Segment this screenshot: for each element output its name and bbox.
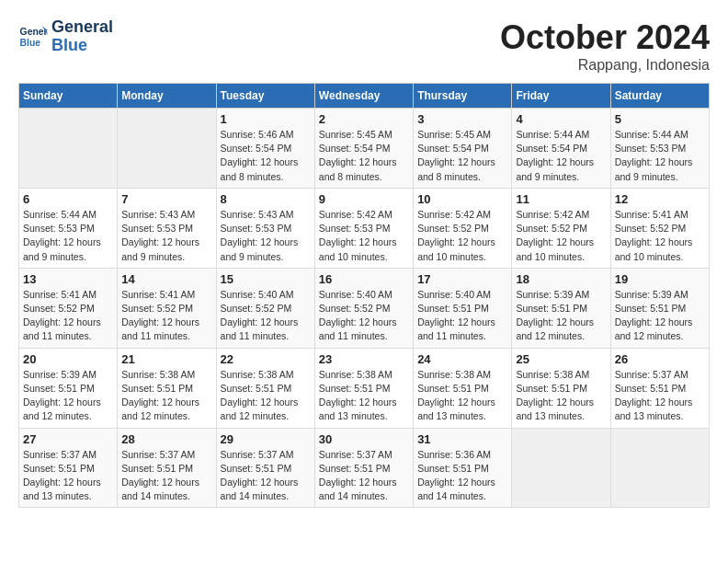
day-info: Sunrise: 5:39 AM Sunset: 5:51 PM Dayligh… <box>615 288 705 344</box>
day-number: 24 <box>417 352 507 366</box>
day-cell: 10Sunrise: 5:42 AM Sunset: 5:52 PM Dayli… <box>414 188 512 268</box>
day-number: 2 <box>319 112 409 126</box>
day-cell: 13Sunrise: 5:41 AM Sunset: 5:52 PM Dayli… <box>19 268 118 348</box>
day-number: 4 <box>516 112 606 126</box>
day-number: 7 <box>121 192 211 206</box>
day-cell: 7Sunrise: 5:43 AM Sunset: 5:53 PM Daylig… <box>118 188 216 268</box>
day-cell: 26Sunrise: 5:37 AM Sunset: 5:51 PM Dayli… <box>610 348 709 428</box>
day-info: Sunrise: 5:40 AM Sunset: 5:52 PM Dayligh… <box>221 288 311 344</box>
day-number: 20 <box>23 352 113 366</box>
day-number: 10 <box>417 192 507 206</box>
day-info: Sunrise: 5:43 AM Sunset: 5:53 PM Dayligh… <box>121 208 211 264</box>
day-cell: 22Sunrise: 5:38 AM Sunset: 5:51 PM Dayli… <box>216 348 314 428</box>
day-cell: 6Sunrise: 5:44 AM Sunset: 5:53 PM Daylig… <box>19 188 118 268</box>
day-cell: 28Sunrise: 5:37 AM Sunset: 5:51 PM Dayli… <box>118 428 216 508</box>
day-info: Sunrise: 5:37 AM Sunset: 5:51 PM Dayligh… <box>221 448 311 504</box>
week-row-1: 1Sunrise: 5:46 AM Sunset: 5:54 PM Daylig… <box>19 109 710 189</box>
header-thursday: Thursday <box>414 84 512 109</box>
header-sunday: Sunday <box>19 84 118 109</box>
day-info: Sunrise: 5:36 AM Sunset: 5:51 PM Dayligh… <box>417 448 507 504</box>
day-info: Sunrise: 5:39 AM Sunset: 5:51 PM Dayligh… <box>23 368 113 424</box>
svg-text:Blue: Blue <box>20 37 41 47</box>
day-number: 3 <box>417 112 507 126</box>
day-cell: 3Sunrise: 5:45 AM Sunset: 5:54 PM Daylig… <box>414 109 512 189</box>
logo-blue-text: Blue <box>51 37 113 55</box>
day-info: Sunrise: 5:42 AM Sunset: 5:52 PM Dayligh… <box>417 208 507 264</box>
day-number: 30 <box>319 432 409 446</box>
logo-icon: General Blue <box>18 22 48 52</box>
header-wednesday: Wednesday <box>314 84 413 109</box>
day-cell: 23Sunrise: 5:38 AM Sunset: 5:51 PM Dayli… <box>314 348 413 428</box>
calendar-header-row: SundayMondayTuesdayWednesdayThursdayFrid… <box>19 84 710 109</box>
day-number: 27 <box>23 432 113 446</box>
day-info: Sunrise: 5:45 AM Sunset: 5:54 PM Dayligh… <box>319 128 409 184</box>
day-cell: 1Sunrise: 5:46 AM Sunset: 5:54 PM Daylig… <box>216 109 314 189</box>
day-cell <box>118 109 216 189</box>
header-tuesday: Tuesday <box>216 84 314 109</box>
day-cell: 31Sunrise: 5:36 AM Sunset: 5:51 PM Dayli… <box>414 428 512 508</box>
day-cell: 29Sunrise: 5:37 AM Sunset: 5:51 PM Dayli… <box>216 428 314 508</box>
month-title: October 2024 <box>500 18 710 57</box>
day-info: Sunrise: 5:45 AM Sunset: 5:54 PM Dayligh… <box>417 128 507 184</box>
day-info: Sunrise: 5:41 AM Sunset: 5:52 PM Dayligh… <box>121 288 211 344</box>
location: Rappang, Indonesia <box>500 57 710 74</box>
day-info: Sunrise: 5:38 AM Sunset: 5:51 PM Dayligh… <box>417 368 507 424</box>
day-number: 26 <box>615 352 705 366</box>
page-header: General Blue General Blue October 2024 R… <box>18 18 710 74</box>
day-info: Sunrise: 5:44 AM Sunset: 5:53 PM Dayligh… <box>615 128 705 184</box>
day-info: Sunrise: 5:37 AM Sunset: 5:51 PM Dayligh… <box>319 448 409 504</box>
day-number: 23 <box>319 352 409 366</box>
day-info: Sunrise: 5:46 AM Sunset: 5:54 PM Dayligh… <box>221 128 311 184</box>
week-row-2: 6Sunrise: 5:44 AM Sunset: 5:53 PM Daylig… <box>19 188 710 268</box>
day-number: 14 <box>121 272 211 286</box>
day-info: Sunrise: 5:40 AM Sunset: 5:52 PM Dayligh… <box>319 288 409 344</box>
day-cell: 5Sunrise: 5:44 AM Sunset: 5:53 PM Daylig… <box>610 109 709 189</box>
day-number: 17 <box>417 272 507 286</box>
day-cell: 11Sunrise: 5:42 AM Sunset: 5:52 PM Dayli… <box>512 188 610 268</box>
day-info: Sunrise: 5:37 AM Sunset: 5:51 PM Dayligh… <box>121 448 211 504</box>
day-number: 11 <box>516 192 606 206</box>
day-info: Sunrise: 5:38 AM Sunset: 5:51 PM Dayligh… <box>516 368 606 424</box>
day-cell: 12Sunrise: 5:41 AM Sunset: 5:52 PM Dayli… <box>610 188 709 268</box>
day-number: 16 <box>319 272 409 286</box>
day-cell: 18Sunrise: 5:39 AM Sunset: 5:51 PM Dayli… <box>512 268 610 348</box>
day-info: Sunrise: 5:44 AM Sunset: 5:53 PM Dayligh… <box>23 208 113 264</box>
day-info: Sunrise: 5:42 AM Sunset: 5:52 PM Dayligh… <box>516 208 606 264</box>
day-cell: 30Sunrise: 5:37 AM Sunset: 5:51 PM Dayli… <box>314 428 413 508</box>
day-number: 5 <box>615 112 705 126</box>
day-number: 9 <box>319 192 409 206</box>
calendar-table: SundayMondayTuesdayWednesdayThursdayFrid… <box>18 83 710 508</box>
day-cell: 27Sunrise: 5:37 AM Sunset: 5:51 PM Dayli… <box>19 428 118 508</box>
day-number: 6 <box>23 192 113 206</box>
day-info: Sunrise: 5:38 AM Sunset: 5:51 PM Dayligh… <box>319 368 409 424</box>
day-number: 21 <box>121 352 211 366</box>
day-cell: 4Sunrise: 5:44 AM Sunset: 5:54 PM Daylig… <box>512 109 610 189</box>
day-number: 31 <box>417 432 507 446</box>
day-cell: 17Sunrise: 5:40 AM Sunset: 5:51 PM Dayli… <box>414 268 512 348</box>
day-info: Sunrise: 5:41 AM Sunset: 5:52 PM Dayligh… <box>23 288 113 344</box>
day-info: Sunrise: 5:41 AM Sunset: 5:52 PM Dayligh… <box>615 208 705 264</box>
header-monday: Monday <box>118 84 216 109</box>
day-number: 25 <box>516 352 606 366</box>
day-number: 15 <box>221 272 311 286</box>
day-info: Sunrise: 5:38 AM Sunset: 5:51 PM Dayligh… <box>121 368 211 424</box>
svg-text:General: General <box>20 27 48 37</box>
day-cell <box>19 109 118 189</box>
day-cell: 8Sunrise: 5:43 AM Sunset: 5:53 PM Daylig… <box>216 188 314 268</box>
header-friday: Friday <box>512 84 610 109</box>
day-number: 1 <box>221 112 311 126</box>
day-cell: 16Sunrise: 5:40 AM Sunset: 5:52 PM Dayli… <box>314 268 413 348</box>
day-number: 13 <box>23 272 113 286</box>
day-number: 29 <box>221 432 311 446</box>
day-cell: 25Sunrise: 5:38 AM Sunset: 5:51 PM Dayli… <box>512 348 610 428</box>
day-cell: 9Sunrise: 5:42 AM Sunset: 5:53 PM Daylig… <box>314 188 413 268</box>
logo: General Blue General Blue <box>18 18 113 55</box>
day-cell: 14Sunrise: 5:41 AM Sunset: 5:52 PM Dayli… <box>118 268 216 348</box>
week-row-4: 20Sunrise: 5:39 AM Sunset: 5:51 PM Dayli… <box>19 348 710 428</box>
day-info: Sunrise: 5:40 AM Sunset: 5:51 PM Dayligh… <box>417 288 507 344</box>
day-cell <box>512 428 610 508</box>
day-info: Sunrise: 5:37 AM Sunset: 5:51 PM Dayligh… <box>23 448 113 504</box>
day-info: Sunrise: 5:42 AM Sunset: 5:53 PM Dayligh… <box>319 208 409 264</box>
day-number: 8 <box>221 192 311 206</box>
day-cell <box>610 428 709 508</box>
